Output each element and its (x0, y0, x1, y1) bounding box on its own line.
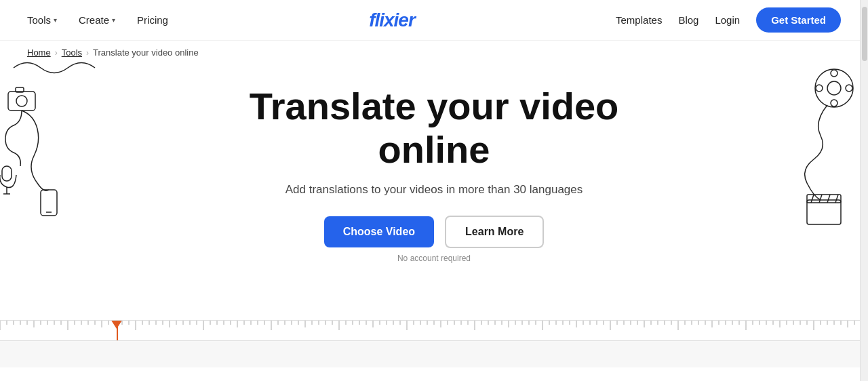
get-started-button[interactable]: Get Started (756, 7, 841, 33)
scrollbar[interactable] (860, 0, 868, 381)
timeline-ticks (0, 321, 868, 340)
nav-tools[interactable]: Tools ▾ (27, 14, 57, 26)
breadcrumb-current: Translate your video online (93, 47, 199, 58)
breadcrumb: Home › Tools › Translate your video onli… (0, 41, 868, 64)
nav-login[interactable]: Login (715, 14, 740, 26)
timeline-area (0, 320, 868, 381)
pricing-label: Pricing (137, 14, 168, 26)
navbar: Tools ▾ Create ▾ Pricing flixier Templat… (0, 0, 868, 41)
hero-title: Translate your video online (250, 85, 619, 172)
nav-templates[interactable]: Templates (616, 14, 662, 26)
learn-more-button[interactable]: Learn More (445, 216, 544, 248)
scrollbar-thumb[interactable] (862, 7, 867, 61)
create-label: Create (79, 14, 109, 26)
no-account-note: No account required (397, 254, 471, 263)
playhead-triangle (111, 320, 123, 329)
nav-pricing[interactable]: Pricing (137, 14, 168, 26)
breadcrumb-tools[interactable]: Tools (62, 47, 82, 58)
nav-create[interactable]: Create ▾ (79, 14, 115, 26)
hero-title-line1: Translate your video (250, 85, 619, 127)
nav-left: Tools ▾ Create ▾ Pricing (27, 14, 168, 26)
timeline-ruler (0, 320, 868, 340)
nav-right: Templates Blog Login Get Started (616, 7, 841, 33)
timeline-track (0, 340, 868, 367)
tools-label: Tools (27, 14, 51, 26)
logo[interactable]: flixier (369, 9, 415, 31)
hero-buttons: Choose Video Learn More (324, 216, 545, 248)
hero-subtitle: Add translations to your videos in more … (285, 183, 583, 197)
create-chevron-icon: ▾ (112, 16, 115, 24)
breadcrumb-home[interactable]: Home (27, 47, 51, 58)
hero-title-line2: online (378, 128, 490, 171)
tools-chevron-icon: ▾ (54, 16, 57, 24)
breadcrumb-sep2: › (86, 48, 89, 58)
choose-video-button[interactable]: Choose Video (324, 216, 434, 247)
nav-blog[interactable]: Blog (678, 14, 698, 26)
hero-section: Translate your video online Add translat… (0, 64, 868, 277)
breadcrumb-sep1: › (55, 48, 58, 58)
